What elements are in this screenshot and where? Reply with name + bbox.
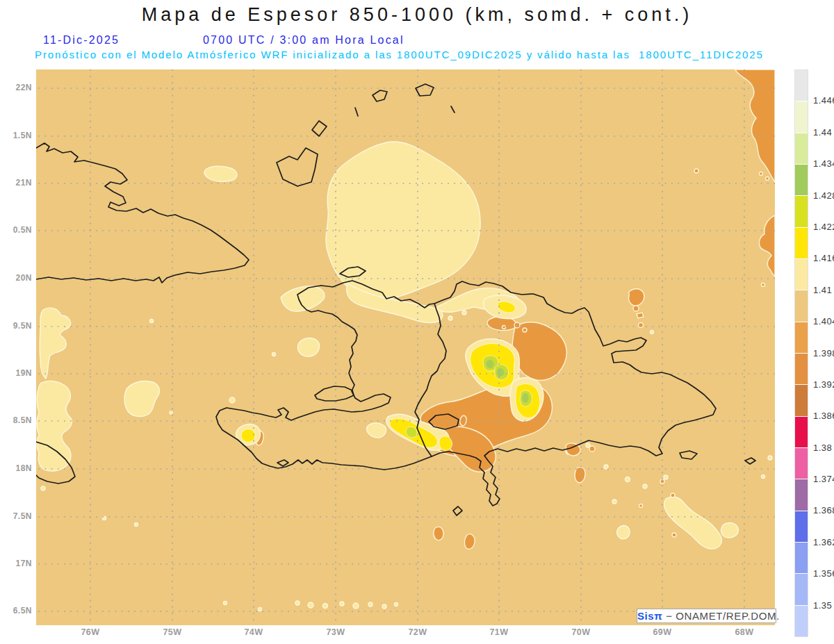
forecast-model-note: Pronóstico con el Modelo Atmósferico WRF…	[35, 49, 764, 60]
colorbar-segment	[795, 195, 808, 226]
colorbar-segment	[795, 447, 808, 479]
x-axis-label: 69W	[647, 627, 678, 637]
colorbar-segment	[795, 542, 808, 573]
colorbar-segment	[795, 133, 808, 164]
colorbar-segment	[795, 384, 808, 415]
colorbar-segment	[795, 101, 808, 132]
colorbar-segment	[795, 479, 808, 510]
sispi-brand: Sisπ	[637, 610, 662, 622]
y-axis-label: 22N	[0, 83, 32, 92]
colorbar-segment	[795, 227, 808, 258]
colorbar-label: 1.398	[813, 348, 834, 358]
colorbar-label: 1.386	[813, 411, 834, 421]
colorbar-segment	[795, 164, 808, 195]
colorbar-label: 1.44	[813, 127, 834, 138]
colorbar-label: 1.428	[813, 190, 834, 201]
colorbar	[794, 69, 808, 637]
credit-badge: Sisπ − ONAMET/REP.DOM.	[637, 609, 776, 623]
y-axis-label: 20N	[0, 273, 32, 283]
x-axis-label: 74W	[238, 627, 269, 637]
y-axis-label: 19N	[0, 368, 32, 378]
y-axis-label: 17N	[0, 559, 32, 568]
colorbar-label: 1.374	[813, 474, 834, 484]
colorbar-label: 1.38	[813, 443, 834, 453]
x-axis-label: 72W	[402, 627, 433, 637]
colorbar-segment	[795, 511, 808, 542]
colorbar-label: 1.356	[813, 568, 834, 579]
colorbar-segment	[795, 258, 808, 290]
colorbar-label: 1.368	[813, 505, 834, 515]
map-canvas	[36, 69, 775, 625]
x-axis-label: 75W	[157, 627, 188, 637]
colorbar-label: 1.446	[813, 95, 834, 106]
y-axis-label: 21N	[0, 178, 32, 188]
x-axis-label: 71W	[484, 627, 514, 637]
colorbar-segment	[795, 353, 808, 384]
x-axis-label: 73W	[320, 627, 351, 637]
x-axis-label: 70W	[566, 627, 596, 637]
colorbar-segment	[795, 416, 808, 447]
colorbar-label: 1.422	[813, 222, 834, 232]
colorbar-label: 1.416	[813, 253, 834, 263]
valid-date: 11-Dic-2025	[43, 34, 120, 47]
y-axis-label: 18N	[0, 463, 32, 473]
x-axis-label: 68W	[729, 627, 760, 637]
y-axis-label: 1.5N	[0, 131, 32, 140]
weather-map-page: Mapa de Espesor 850-1000 (km, somd. + co…	[0, 0, 834, 644]
valid-time: 0700 UTC / 3:00 am Hora Local	[203, 34, 404, 47]
y-axis-label: 0.5N	[0, 225, 32, 235]
colorbar-segment	[795, 322, 808, 353]
colorbar-label: 1.392	[813, 379, 834, 390]
colorbar-label: 1.35	[813, 600, 834, 611]
colorbar-label: 1.362	[813, 537, 834, 547]
y-axis-label: 6.5N	[0, 606, 32, 616]
x-axis-label: 76W	[75, 627, 106, 637]
colorbar-segment	[795, 573, 808, 604]
y-axis-label: 9.5N	[0, 321, 32, 331]
page-title: Mapa de Espesor 850-1000 (km, somd. + co…	[0, 4, 834, 26]
y-axis-label: 7.5N	[0, 511, 32, 521]
colorbar-label: 1.434	[813, 158, 834, 169]
colorbar-segment	[795, 290, 808, 321]
colorbar-segment	[795, 70, 808, 101]
y-axis-label: 8.5N	[0, 415, 32, 425]
colorbar-label: 1.404	[813, 316, 834, 327]
colorbar-label: 1.41	[813, 285, 834, 295]
credit-text: − ONAMET/REP.DOM.	[666, 610, 780, 622]
colorbar-segment	[795, 605, 808, 636]
